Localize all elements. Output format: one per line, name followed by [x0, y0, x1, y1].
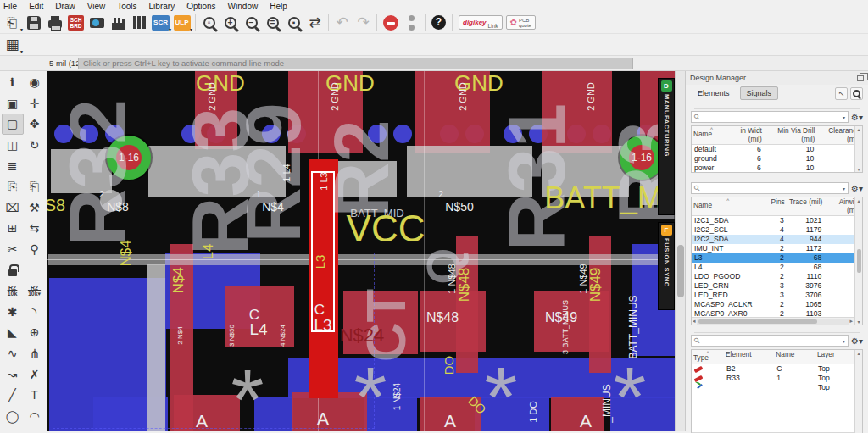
name-tool-button[interactable]: R210k: [2, 280, 24, 302]
table-row[interactable]: L4268: [692, 263, 862, 272]
pcb-quote-button[interactable]: ✿ PCBquote: [506, 15, 536, 30]
help-button[interactable]: ?: [428, 13, 449, 33]
change-tool-button[interactable]: ⚒: [24, 197, 46, 219]
table-row[interactable]: MCASP0_ACLKR21065: [692, 300, 862, 309]
circle-tool-button[interactable]: ◯: [2, 406, 24, 427]
column-header[interactable]: Pins: [764, 197, 786, 216]
side-tab-manufacturing[interactable]: DMANUFACTURING: [658, 78, 675, 215]
smash-tool-button[interactable]: ✱: [2, 302, 24, 323]
undo-button[interactable]: ↶: [331, 13, 353, 33]
show-tool-button[interactable]: ◉: [24, 72, 46, 93]
filter-settings-icon[interactable]: ⚙▾: [851, 336, 863, 346]
table-row[interactable]: L3268: [692, 253, 862, 263]
split-tool-button[interactable]: ⋔: [24, 343, 46, 364]
table-row[interactable]: LED_GRN33976: [692, 281, 862, 291]
table-row[interactable]: ground6106: [692, 154, 862, 164]
menu-item-window[interactable]: Window: [228, 2, 259, 11]
schematic-board-toggle-button[interactable]: SCHBRD: [65, 13, 86, 33]
canvas-vertical-scrollbar[interactable]: [675, 71, 685, 431]
menu-item-tools[interactable]: Tools: [117, 2, 136, 11]
search-input[interactable]: [703, 336, 840, 345]
move-tool-button[interactable]: ✥: [24, 114, 46, 135]
table-row[interactable]: B2CTop: [692, 364, 862, 373]
print-button[interactable]: [44, 13, 65, 33]
table-row[interactable]: LED_RED33706: [692, 291, 862, 300]
sec-items-search[interactable]: ⚲▾: [691, 335, 849, 347]
table-vertical-scrollbar[interactable]: ▴▾: [854, 197, 862, 325]
menu-item-options[interactable]: Options: [186, 2, 215, 11]
column-header[interactable]: Min Via Drill(mil): [764, 126, 817, 145]
column-header[interactable]: ˄Type: [692, 350, 724, 364]
zoom-redraw-button[interactable]: =: [262, 13, 283, 33]
column-header[interactable]: Trace (mil): [787, 197, 825, 216]
text-tool-button[interactable]: T: [24, 385, 46, 406]
open-button[interactable]: ⎗▾: [2, 13, 23, 33]
column-header[interactable]: ˄Name: [692, 126, 732, 145]
export-image-button[interactable]: [86, 13, 108, 33]
ripup-tool-button[interactable]: ✗: [24, 364, 46, 385]
meander-tool-button[interactable]: ∿: [2, 343, 24, 364]
table-row[interactable]: Top: [692, 382, 862, 391]
column-header[interactable]: in Widt(mil): [732, 126, 764, 145]
tab-elements[interactable]: Elements: [691, 86, 737, 100]
column-header[interactable]: Name: [774, 350, 815, 364]
cam-processor-button[interactable]: [108, 13, 129, 33]
table-row[interactable]: I2C2_SDA4944: [692, 235, 862, 244]
line-tool-button[interactable]: ╱: [2, 385, 24, 406]
group-tool-button[interactable]: ▢: [2, 114, 24, 135]
menu-item-view[interactable]: View: [87, 2, 106, 11]
mirror-tool-button[interactable]: ◫: [2, 135, 24, 156]
via-tool-button[interactable]: ⊕: [24, 322, 46, 343]
highlight-cursor-button[interactable]: ↖: [835, 87, 848, 100]
filter-settings-icon[interactable]: ⚙▾: [851, 184, 863, 193]
table-row[interactable]: R331Top: [692, 373, 862, 382]
table-row[interactable]: IMU_INT21172: [692, 244, 862, 253]
tab-signals[interactable]: Signals: [740, 86, 779, 100]
column-header[interactable]: Element: [724, 350, 774, 364]
save-button[interactable]: [23, 13, 44, 33]
align-tool-button[interactable]: ≣: [2, 155, 24, 176]
route-airwire-tool-button[interactable]: ↝: [2, 364, 24, 385]
table-row[interactable]: power6106: [692, 164, 862, 173]
ulp-button[interactable]: ULP▾: [171, 13, 192, 33]
rotate-tool-button[interactable]: ↻: [24, 135, 46, 156]
menu-item-file[interactable]: File: [3, 2, 17, 11]
sec-signals-search[interactable]: ⚲▾: [691, 182, 849, 194]
miter-tool-button[interactable]: ◣: [2, 322, 24, 343]
mark-tool-button[interactable]: ✛: [24, 93, 46, 114]
table-row[interactable]: LDO_PGOOD21110: [692, 272, 862, 281]
filter-settings-icon[interactable]: ⚙▾: [851, 113, 863, 122]
search-input[interactable]: [703, 113, 840, 121]
grid-button[interactable]: ▦▾: [2, 35, 23, 55]
route-corner-tool-button[interactable]: ◝: [24, 302, 46, 323]
swap-refresh-button[interactable]: ⇄: [304, 13, 326, 33]
copy-tool-button[interactable]: ⎘: [2, 176, 24, 197]
redo-button[interactable]: ↷: [353, 13, 374, 33]
replace-tool-button[interactable]: ⇆: [24, 218, 46, 239]
zoom-to-selected-button[interactable]: [850, 87, 863, 100]
info-tool-button[interactable]: ℹ: [2, 72, 24, 93]
search-input[interactable]: [703, 184, 840, 192]
add-part-tool-button[interactable]: ⊞: [2, 218, 24, 239]
table-vertical-scrollbar[interactable]: ▴▾: [854, 126, 862, 172]
stop-button[interactable]: [380, 13, 401, 33]
lock-tool-button[interactable]: [2, 259, 24, 280]
command-line-input[interactable]: [78, 58, 633, 69]
search-parts-tool-button[interactable]: ⚲: [24, 239, 46, 260]
zoom-fit-button[interactable]: ▫: [198, 13, 220, 33]
library-manager-button[interactable]: [129, 13, 150, 33]
float-panel-icon[interactable]: [857, 75, 864, 81]
side-tab-fusion-sync[interactable]: FFUSION SYNC: [658, 222, 675, 310]
column-header[interactable]: ˄Name: [692, 197, 764, 216]
menu-item-library[interactable]: Library: [149, 2, 175, 11]
delete-tool-button[interactable]: ⌧: [2, 197, 24, 219]
table-vertical-scrollbar[interactable]: ▴▾: [854, 350, 862, 433]
slice-tool-button[interactable]: ✂: [2, 239, 24, 260]
menu-item-edit[interactable]: Edit: [29, 2, 43, 11]
table-horizontal-scrollbar[interactable]: ◂▸: [692, 317, 854, 325]
paste-tool-button[interactable]: ⎗: [24, 176, 46, 197]
menu-item-help[interactable]: Help: [270, 2, 287, 11]
script-button[interactable]: SCR▾: [150, 13, 171, 33]
arc-tool-button[interactable]: ◠: [24, 406, 46, 427]
board-canvas[interactable]: ****GNDGNDGND2 GND2 GND2 GND2 GNDR32R33R…: [47, 71, 675, 431]
